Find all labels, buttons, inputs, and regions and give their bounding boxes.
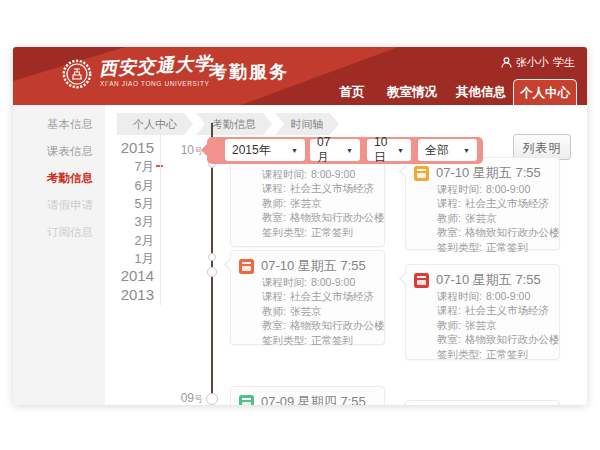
attendance-status-icon	[414, 273, 429, 288]
attendance-card[interactable]: 07-10 星期五 7:55 课程时间:8:00-9:00 课程:社会主义市场经…	[405, 264, 560, 360]
card-header: 07-10 星期五 7:55	[414, 164, 541, 182]
attendance-status-icon	[239, 259, 254, 274]
attendance-card[interactable]: 07-10 星期五 7:55 课程时间:8:00-9:00 课程:社会主义市场经…	[230, 250, 385, 345]
app-window: 西安交通大学 XI'AN JIAO TONG UNIVERSITY 考勤服务 张…	[13, 47, 587, 405]
scale-divider	[160, 135, 161, 305]
user-name: 张小小	[516, 55, 549, 70]
sidebar: 基本信息 课表信息 考勤信息 请假申请 订阅信息	[13, 105, 105, 405]
card-date-title: 07-10 星期五 7:55	[261, 257, 366, 275]
nav-item-home[interactable]: 首页	[332, 79, 372, 105]
sidebar-item-subscription-info[interactable]: 订阅信息	[47, 225, 93, 239]
card-header: 07-10 星期五 7:55	[414, 271, 541, 289]
filter-bar-arrow	[201, 143, 215, 157]
chevron-down-icon: ▼	[397, 147, 404, 154]
nav-item-personal-center[interactable]: 个人中心	[513, 79, 577, 105]
app-header: 西安交通大学 XI'AN JIAO TONG UNIVERSITY 考勤服务 张…	[13, 47, 587, 105]
user-icon	[501, 57, 512, 68]
chevron-down-icon: ▼	[346, 147, 353, 154]
breadcrumb: 个人中心 考勤信息 时间轴	[117, 113, 339, 135]
filter-bar: 2015年 ▼ 07月 ▼ 10日 ▼ 全部 ▼	[207, 137, 483, 164]
card-fields: 课程时间:8:00-9:00 课程:社会主义市场经济 教师:张芸京 教室:格物致…	[437, 290, 559, 362]
timeline-node-dot	[207, 267, 217, 277]
month-dropdown-value: 07月	[317, 135, 342, 166]
attendance-card[interactable]: 07-09 星期四 7:55	[230, 386, 385, 405]
timeline-scale-2013[interactable]: 2013	[108, 287, 154, 303]
sidebar-item-basic-info[interactable]: 基本信息	[47, 117, 93, 131]
chevron-down-icon: ▼	[291, 147, 298, 154]
nav-item-classrooms[interactable]: 教室情况	[382, 79, 442, 105]
timeline-node-dot	[208, 253, 216, 261]
card-fields: 课程时间:8:00-9:00 课程:社会主义市场经济 教师:张芸京 教室:格物致…	[262, 276, 384, 348]
timeline-scale-january[interactable]: 1月	[108, 251, 154, 267]
timeline-scale-july[interactable]: 7月	[108, 159, 154, 175]
day-marker-label-09: 09号	[163, 391, 203, 405]
card-date-title: 07-10 星期五 7:55	[436, 271, 541, 289]
year-dropdown-value: 2015年	[232, 142, 271, 159]
breadcrumb-attendance-info[interactable]: 考勤信息	[196, 113, 272, 135]
university-name-en: XI'AN JIAO TONG UNIVERSITY	[100, 80, 209, 87]
app-title: 考勤服务	[209, 60, 289, 84]
card-fields: 课程时间:8:00-9:00 课程:社会主义市场经济 教师:张芸京 教室:格物致…	[437, 183, 559, 255]
card-arrow	[224, 258, 237, 271]
card-date-title: 07-09 星期四 7:55	[261, 393, 366, 405]
timeline-scale-2014[interactable]: 2014	[108, 268, 154, 284]
attendance-card[interactable]: 07-10 星期五 7:55 课程时间:8:00-9:00 课程:社会主义市场经…	[405, 157, 560, 250]
card-arrow	[399, 272, 412, 285]
type-dropdown-value: 全部	[425, 142, 449, 159]
breadcrumb-personal-center[interactable]: 个人中心	[117, 113, 193, 135]
attendance-card-partial[interactable]	[405, 400, 560, 405]
card-fields: 课程时间:8:00-9:00 课程:社会主义市场经济 教师:张芸京 教室:格物致…	[262, 168, 384, 240]
timeline-scale-february[interactable]: 2月	[108, 233, 154, 249]
sidebar-item-schedule-info[interactable]: 课表信息	[47, 144, 93, 158]
card-header: 07-09 星期四 7:55	[239, 393, 366, 405]
timeline-scale-june[interactable]: 6月	[108, 178, 154, 194]
university-logo	[62, 59, 92, 89]
page-background: 西安交通大学 XI'AN JIAO TONG UNIVERSITY 考勤服务 张…	[0, 0, 600, 450]
attendance-status-icon	[414, 166, 429, 181]
timeline-node-day09[interactable]	[206, 393, 218, 405]
timeline-scale-march[interactable]: 3月	[108, 214, 154, 230]
card-date-title: 07-10 星期五 7:55	[436, 164, 541, 182]
sidebar-item-attendance-info[interactable]: 考勤信息	[47, 171, 93, 185]
user-account[interactable]: 张小小 学生	[501, 55, 575, 70]
day-marker-label-10: 10号	[163, 143, 203, 158]
type-dropdown[interactable]: 全部 ▼	[418, 139, 477, 161]
timeline-scale-may[interactable]: 5月	[108, 196, 154, 212]
breadcrumb-timeline[interactable]: 时间轴	[275, 113, 339, 135]
card-arrow	[399, 165, 412, 178]
day-dropdown-value: 10日	[374, 135, 393, 166]
chevron-down-icon: ▼	[463, 147, 470, 154]
attendance-status-icon	[239, 395, 254, 406]
day-dropdown[interactable]: 10日 ▼	[367, 139, 411, 161]
year-dropdown[interactable]: 2015年 ▼	[225, 139, 305, 161]
nav-item-other-info[interactable]: 其他信息	[451, 79, 511, 105]
user-role: 学生	[553, 55, 575, 70]
month-dropdown[interactable]: 07月 ▼	[310, 139, 360, 161]
sidebar-item-leave-request[interactable]: 请假申请	[47, 198, 93, 212]
card-header: 07-10 星期五 7:55	[239, 257, 366, 275]
timeline-scale-2015[interactable]: 2015	[108, 140, 154, 156]
